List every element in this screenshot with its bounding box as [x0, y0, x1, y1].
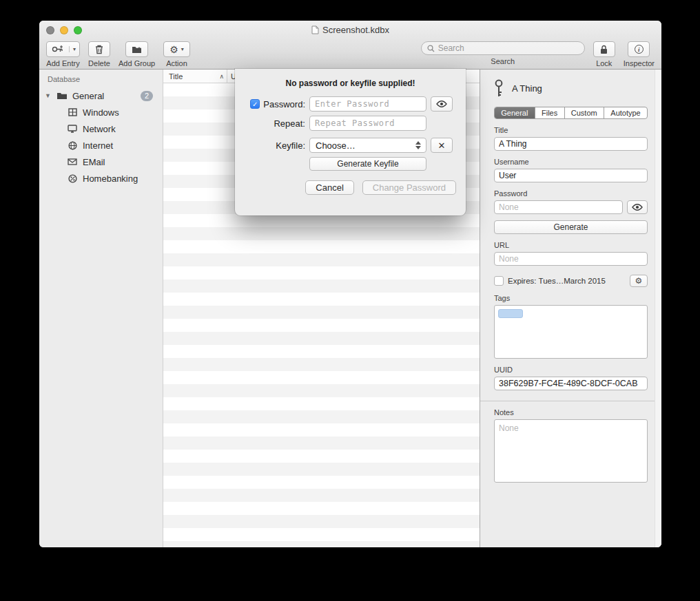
- search-item: Search: [421, 41, 585, 65]
- sidebar-group-label: General: [72, 91, 104, 101]
- sidebar-item-label: EMail: [83, 157, 105, 167]
- url-field-label: URL: [494, 241, 648, 249]
- app-window: Screenshot.kdbx ▾ Add Entry: [39, 21, 661, 547]
- folder-icon: [56, 92, 68, 100]
- eye-icon: [632, 204, 643, 211]
- sidebar-item-email[interactable]: EMail: [39, 154, 163, 170]
- inspector-divider: [480, 401, 661, 401]
- generate-button[interactable]: Generate: [494, 220, 648, 234]
- keyfile-clear-button[interactable]: ✕: [431, 138, 453, 153]
- action-label: Action: [166, 59, 187, 67]
- desktop: Screenshot.kdbx ▾ Add Entry: [0, 0, 700, 601]
- search-label: Search: [491, 57, 515, 65]
- dialog-repeat-label: Repeat:: [274, 118, 305, 129]
- url-field[interactable]: [494, 252, 648, 266]
- inspector-button[interactable]: i: [628, 41, 650, 57]
- trash-icon: [95, 45, 103, 54]
- entry-header: A Thing: [494, 79, 648, 97]
- delete-button[interactable]: [88, 41, 110, 57]
- lock-button[interactable]: [593, 41, 615, 57]
- coin-icon: [67, 174, 78, 183]
- keyfile-select[interactable]: Choose…: [309, 138, 426, 153]
- disclosure-triangle-icon[interactable]: ▼: [45, 92, 52, 99]
- dialog-password-input[interactable]: [309, 96, 426, 112]
- tag-chip[interactable]: [498, 309, 523, 318]
- entry-title: A Thing: [512, 83, 542, 94]
- column-header-title[interactable]: Title ∧: [163, 70, 227, 83]
- tab-general[interactable]: General: [495, 107, 535, 118]
- network-icon: [67, 125, 78, 133]
- expires-checkbox[interactable]: [494, 276, 504, 286]
- dialog-buttons: Cancel Change Password: [245, 180, 456, 195]
- lock-label: Lock: [596, 59, 612, 67]
- tab-custom[interactable]: Custom: [565, 107, 604, 118]
- document-icon: [311, 25, 319, 34]
- window-title-wrap: Screenshot.kdbx: [311, 25, 389, 35]
- minimize-button[interactable]: [60, 26, 68, 34]
- action-button[interactable]: ⚙ ▾: [163, 41, 190, 57]
- zoom-button[interactable]: [74, 26, 82, 34]
- inspector-label: Inspector: [624, 59, 655, 67]
- traffic-lights: [46, 26, 82, 34]
- search-field[interactable]: [421, 41, 585, 55]
- sidebar-item-network[interactable]: Network: [39, 120, 163, 137]
- inspector-tabs: General Files Custom Autotype: [494, 107, 648, 119]
- sidebar-item-windows[interactable]: Windows: [39, 104, 163, 120]
- sidebar-group-general[interactable]: ▼ General 2: [39, 87, 163, 104]
- window-chrome: Screenshot.kdbx ▾ Add Entry: [39, 21, 661, 70]
- titlebar[interactable]: Screenshot.kdbx: [39, 21, 661, 39]
- reveal-password-button[interactable]: [627, 200, 648, 214]
- dialog-keyfile-label: Keyfile:: [276, 140, 305, 151]
- expires-settings-button[interactable]: ⚙: [630, 275, 648, 287]
- dialog-reveal-button[interactable]: [431, 96, 453, 112]
- tab-autotype[interactable]: Autotype: [604, 107, 647, 118]
- windows-icon: [67, 108, 78, 116]
- sidebar: Database ▼ General 2 Windows: [39, 70, 163, 547]
- close-x-icon: ✕: [438, 140, 446, 151]
- tab-files[interactable]: Files: [535, 107, 565, 118]
- toolbar: ▾ Add Entry Delete: [39, 39, 661, 67]
- inspector-item: i Inspector: [624, 41, 655, 67]
- sidebar-item-internet[interactable]: Internet: [39, 137, 163, 154]
- globe-icon: [67, 141, 78, 150]
- username-field[interactable]: [494, 169, 648, 182]
- notes-label: Notes: [494, 408, 648, 417]
- eye-icon: [436, 101, 447, 107]
- add-entry-button[interactable]: ▾: [46, 41, 80, 57]
- window-title: Screenshot.kdbx: [322, 25, 389, 35]
- sidebar-item-homebanking[interactable]: Homebanking: [39, 170, 163, 187]
- tags-label: Tags: [494, 294, 648, 302]
- action-item: ⚙ ▾ Action: [163, 41, 190, 67]
- stepper-icon: [413, 141, 423, 149]
- password-field-label: Password: [494, 189, 648, 198]
- notes-field[interactable]: [494, 419, 648, 483]
- sidebar-section-header: Database: [39, 75, 163, 83]
- sidebar-item-label: Homebanking: [83, 173, 138, 184]
- add-entry-label: Add Entry: [46, 59, 79, 67]
- change-password-button[interactable]: Change Password: [362, 180, 456, 195]
- password-checkbox[interactable]: ✓: [250, 99, 260, 109]
- add-entry-dropdown-arrow[interactable]: ▾: [69, 46, 79, 52]
- lock-item: Lock: [593, 41, 615, 67]
- expires-label: Expires: Tues…March 2015: [508, 277, 606, 285]
- expires-row: Expires: Tues…March 2015 ⚙: [494, 275, 648, 287]
- title-field[interactable]: [494, 137, 648, 151]
- uuid-field[interactable]: [494, 377, 648, 390]
- inspector-scrollbar[interactable]: [655, 70, 661, 547]
- sidebar-item-label: Network: [83, 124, 116, 134]
- key-plus-icon: [47, 45, 69, 54]
- folder-plus-icon: [132, 45, 142, 54]
- add-group-button[interactable]: [125, 41, 148, 57]
- generate-keyfile-button[interactable]: Generate Keyfile: [309, 157, 426, 171]
- password-dialog: No password or keyfile supplied! ✓ Passw…: [235, 69, 466, 215]
- search-input[interactable]: [438, 43, 579, 53]
- cancel-button[interactable]: Cancel: [305, 180, 353, 195]
- dialog-repeat-input[interactable]: [309, 116, 426, 131]
- password-label-cell: ✓ Password:: [245, 99, 305, 109]
- dialog-password-label: Password:: [263, 99, 305, 109]
- password-field[interactable]: [494, 200, 623, 214]
- tags-box[interactable]: [494, 305, 648, 359]
- sort-ascending-icon: ∧: [219, 73, 224, 80]
- username-field-label: Username: [494, 158, 648, 166]
- close-button[interactable]: [46, 26, 54, 34]
